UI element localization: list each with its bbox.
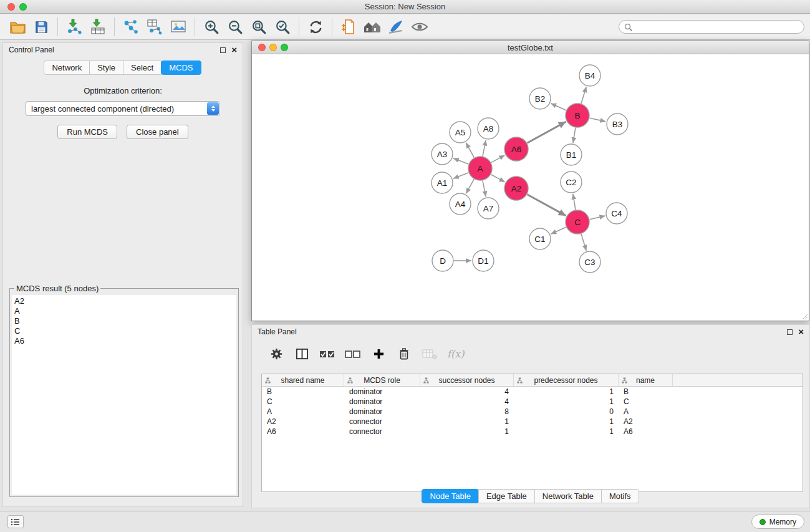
table-cell[interactable]: A [619, 407, 673, 417]
tab-network[interactable]: Network [44, 60, 90, 75]
result-item[interactable]: B [14, 316, 234, 326]
graph-edge-A6-B[interactable] [528, 122, 566, 143]
add-column-button[interactable] [370, 346, 387, 362]
result-item[interactable]: A [14, 306, 234, 316]
graph-node-B1[interactable]: B1 [561, 144, 582, 165]
table-cell[interactable]: connector [344, 427, 420, 437]
table-cell[interactable]: A2 [619, 417, 673, 427]
zoom-network-window-button[interactable] [281, 44, 288, 51]
table-cell[interactable]: A6 [262, 427, 344, 437]
float-panel-button[interactable] [220, 47, 226, 53]
table-cell[interactable]: dominator [344, 387, 420, 397]
graph-edge-A-A7[interactable] [483, 181, 486, 197]
table-cell[interactable]: 1 [514, 427, 619, 437]
zoom-in-button[interactable] [200, 16, 223, 37]
table-cell[interactable]: dominator [344, 397, 420, 407]
result-item[interactable]: A2 [14, 296, 234, 306]
graph-node-A2[interactable]: A2 [504, 177, 528, 200]
graph-node-C[interactable]: C [566, 210, 589, 234]
graph-edge-B-B2[interactable] [551, 104, 566, 110]
table-settings-button[interactable] [268, 346, 284, 362]
network-table-button[interactable] [143, 16, 166, 37]
graph-edge-C-C1[interactable] [551, 227, 566, 234]
graph-node-C3[interactable]: C3 [579, 251, 600, 273]
table-cell[interactable]: 4 [420, 397, 514, 407]
export-image-button[interactable] [166, 16, 190, 37]
graph-node-B3[interactable]: B3 [607, 114, 628, 135]
tab-node-table[interactable]: Node Table [422, 489, 479, 503]
table-cell[interactable]: dominator [344, 407, 420, 417]
style-brush-button[interactable] [384, 16, 408, 37]
graph-node-A6[interactable]: A6 [504, 137, 528, 161]
table-row[interactable]: A6connector11A6 [262, 427, 803, 437]
table-row[interactable]: Cdominator41C [262, 397, 803, 407]
tab-style[interactable]: Style [89, 60, 123, 75]
graph-node-A8[interactable]: A8 [478, 118, 499, 139]
column-header-MCDS-role[interactable]: MCDS role [344, 374, 420, 386]
table-cell[interactable]: 0 [514, 407, 619, 417]
graph-edge-C-C2[interactable] [573, 194, 576, 210]
table-cell[interactable]: A2 [262, 417, 344, 427]
tab-edge-table[interactable]: Edge Table [478, 489, 535, 503]
graph-edge-A-A5[interactable] [466, 143, 474, 158]
graph-node-B[interactable]: B [566, 104, 589, 127]
tab-select[interactable]: Select [123, 60, 162, 75]
close-panel-button[interactable]: × [231, 47, 237, 53]
table-cell[interactable]: connector [344, 417, 420, 427]
tab-mcds[interactable]: MCDS [161, 60, 201, 75]
tab-network-table[interactable]: Network Table [534, 489, 602, 503]
table-cell[interactable]: A6 [619, 427, 673, 437]
zoom-out-button[interactable] [223, 16, 247, 37]
delete-column-button[interactable] [396, 346, 412, 362]
eye-button[interactable] [408, 16, 432, 37]
graph-edge-A2-C[interactable] [528, 195, 566, 216]
graph-node-D1[interactable]: D1 [473, 250, 494, 271]
new-network-button[interactable] [119, 16, 143, 37]
column-header-shared-name[interactable]: shared name [262, 374, 344, 386]
close-table-panel-button[interactable]: × [798, 329, 804, 335]
close-network-window-button[interactable] [258, 44, 266, 51]
column-header-name[interactable]: name [619, 374, 673, 386]
result-item[interactable]: A6 [14, 336, 234, 346]
table-row[interactable]: Bdominator41B [262, 387, 803, 397]
graph-edge-B-B3[interactable] [590, 118, 606, 122]
graph-node-B2[interactable]: B2 [529, 88, 551, 109]
graph-node-B4[interactable]: B4 [579, 65, 600, 86]
graph-node-C4[interactable]: C4 [606, 203, 627, 224]
select-all-button[interactable] [319, 346, 335, 362]
graph-node-C1[interactable]: C1 [529, 228, 551, 249]
network-window-titlebar[interactable]: testGlobe.txt [252, 41, 809, 54]
table-cell[interactable]: C [619, 397, 673, 407]
zoom-window-button[interactable] [19, 3, 27, 11]
import-network-button[interactable] [62, 16, 86, 37]
graph-node-A5[interactable]: A5 [450, 122, 471, 143]
memory-button[interactable]: Memory [751, 515, 804, 529]
show-columns-button[interactable] [294, 346, 310, 362]
result-item[interactable]: C [14, 326, 234, 336]
deselect-all-button[interactable] [345, 346, 361, 362]
graph-edge-C-C3[interactable] [581, 234, 586, 251]
float-table-panel-button[interactable] [787, 329, 793, 335]
graph-edge-A-A2[interactable] [491, 175, 505, 182]
network-canvas[interactable]: AA6A2BCA5A8A3A1A4A7B2B4B3B1C2C4C1C3DD1 [252, 54, 809, 321]
graph-edge-A-A8[interactable] [483, 140, 486, 157]
resize-grip-icon[interactable] [801, 313, 808, 320]
close-window-button[interactable] [7, 3, 15, 11]
zoom-fit-button[interactable] [247, 16, 271, 37]
close-panel-button-mcds[interactable]: Close panel [127, 125, 188, 139]
graph-edge-B-B1[interactable] [573, 128, 576, 143]
criterion-dropdown[interactable]: largest connected component (directed) [26, 101, 220, 116]
column-header-predecessor-nodes[interactable]: predecessor nodes [514, 374, 619, 386]
column-header-successor-nodes[interactable]: successor nodes [420, 374, 514, 386]
table-cell[interactable]: C [262, 397, 344, 407]
graph-edge-C-C4[interactable] [590, 216, 605, 220]
open-session-button[interactable] [6, 16, 29, 37]
graph-node-C2[interactable]: C2 [561, 172, 582, 193]
save-session-button[interactable] [29, 16, 53, 37]
search-field[interactable] [619, 20, 804, 34]
graph-node-D[interactable]: D [432, 250, 453, 271]
zoom-selected-button[interactable] [271, 16, 294, 37]
table-row[interactable]: A2connector11A2 [262, 417, 803, 427]
apply-layout-button[interactable] [304, 16, 327, 37]
run-mcds-button[interactable]: Run MCDS [57, 125, 117, 139]
